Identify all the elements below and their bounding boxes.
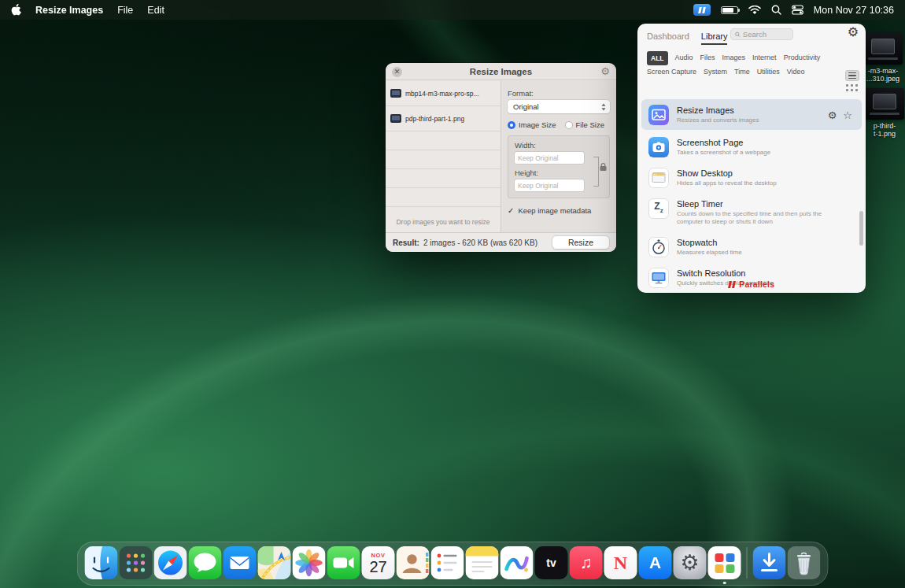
- file-row[interactable]: pdp-third-part-1.png: [386, 106, 501, 131]
- dock-maps[interactable]: [258, 546, 291, 579]
- dock-downloads[interactable]: [753, 546, 786, 579]
- dock-notes[interactable]: [466, 546, 499, 579]
- file-row-empty: [386, 131, 501, 150]
- radio-file-size[interactable]: File Size: [565, 120, 604, 129]
- dock-parallels-toolbox[interactable]: [708, 546, 741, 579]
- tool-name: Show Desktop: [677, 168, 777, 178]
- result-value: 2 images - 620 KB (was 620 KB): [423, 239, 537, 247]
- menu-file[interactable]: File: [117, 5, 133, 16]
- dock-news[interactable]: N: [604, 546, 637, 579]
- radio-image-size[interactable]: Image Size: [508, 120, 556, 129]
- tool-row-stopwatch[interactable]: Stopwatch Measures elapsed time: [637, 231, 866, 262]
- tool-name: Resize Images: [677, 105, 759, 115]
- search-input[interactable]: [743, 30, 789, 39]
- file-list: mbp14-m3-max-pro-sp... pdp-third-part-1.…: [386, 81, 501, 232]
- tool-row-resize-images[interactable]: Resize Images Resizes and converts image…: [641, 99, 862, 130]
- maps-icon: [258, 546, 291, 579]
- apple-menu[interactable]: [11, 4, 21, 16]
- tool-row-screenshot-page[interactable]: Screenshot Page Takes a screenshot of a …: [637, 131, 866, 162]
- parallels-status-icon[interactable]: [693, 4, 711, 16]
- category-files[interactable]: Files: [700, 51, 715, 65]
- search-icon: [735, 31, 741, 38]
- dock-facetime[interactable]: [327, 546, 360, 579]
- dock-app-store[interactable]: A: [639, 546, 672, 579]
- tool-row-show-desktop[interactable]: Show Desktop Hides all apps to reveal th…: [637, 162, 866, 193]
- dock-calendar[interactable]: NOV 27: [362, 546, 395, 579]
- category-images[interactable]: Images: [722, 51, 746, 65]
- category-system[interactable]: System: [704, 65, 727, 78]
- dock-freeform[interactable]: [501, 546, 534, 579]
- menubar-clock[interactable]: Mon Nov 27 10:36: [814, 5, 894, 16]
- trash-icon: [788, 546, 821, 579]
- news-logo: N: [614, 553, 627, 574]
- menu-edit[interactable]: Edit: [147, 5, 164, 16]
- dock-mail[interactable]: [223, 546, 257, 579]
- category-utilities[interactable]: Utilities: [757, 65, 780, 78]
- notes-icon: [466, 546, 499, 579]
- control-center-icon[interactable]: [792, 5, 803, 15]
- file-thumbnail: [865, 88, 904, 120]
- file-label-line2: ...310.jpeg: [860, 75, 905, 83]
- category-audio[interactable]: Audio: [675, 51, 693, 65]
- category-video[interactable]: Video: [787, 65, 805, 78]
- dock-contacts[interactable]: [397, 546, 430, 579]
- window-titlebar[interactable]: ✕ Resize Images ⚙: [386, 63, 616, 80]
- settings-gear-icon[interactable]: ⚙: [848, 26, 859, 39]
- width-input[interactable]: [515, 152, 584, 164]
- keep-metadata-checkbox[interactable]: ✓ Keep image metadata: [508, 206, 610, 215]
- search-icon[interactable]: [771, 5, 781, 15]
- category-screen-capture[interactable]: Screen Capture: [647, 65, 696, 78]
- tool-favorite-icon[interactable]: ☆: [843, 109, 852, 120]
- dock-photos[interactable]: [293, 546, 326, 579]
- dock-system-settings[interactable]: ⚙: [674, 546, 707, 579]
- category-all[interactable]: ALL: [647, 51, 668, 65]
- category-internet[interactable]: Internet: [752, 51, 777, 65]
- wifi-icon[interactable]: [748, 6, 761, 15]
- category-time[interactable]: Time: [734, 65, 750, 78]
- dock-messages[interactable]: [189, 546, 222, 579]
- dock-finder[interactable]: [85, 546, 118, 579]
- dock-trash[interactable]: [788, 546, 821, 579]
- dock-safari[interactable]: [154, 546, 187, 579]
- facetime-icon: [327, 546, 360, 579]
- tool-name: Sleep Timer: [677, 199, 828, 209]
- app-store-logo: A: [649, 553, 661, 572]
- parallels-toolbox-window: Dashboard Library ⚙ ALL Audio Files Imag…: [637, 24, 866, 293]
- photos-icon: [293, 546, 326, 579]
- format-label: Format:: [508, 89, 610, 98]
- search-field[interactable]: [730, 28, 793, 40]
- lock-icon[interactable]: [600, 163, 607, 172]
- height-input[interactable]: [515, 179, 584, 191]
- tool-description: Resizes and converts images: [677, 116, 759, 124]
- tool-row-sleep-timer[interactable]: Z z Sleep Timer Counts down to the speci…: [637, 193, 866, 231]
- tab-dashboard[interactable]: Dashboard: [647, 31, 689, 45]
- dock-launchpad[interactable]: [120, 546, 153, 579]
- running-indicator: [723, 582, 726, 585]
- format-dropdown[interactable]: Original: [508, 100, 610, 113]
- calendar-day: 27: [369, 559, 386, 575]
- dock-music[interactable]: ♫: [570, 546, 603, 579]
- close-icon[interactable]: ✕: [392, 67, 402, 77]
- resize-button[interactable]: Resize: [552, 236, 609, 249]
- grid-view-icon[interactable]: [846, 84, 859, 92]
- battery-icon[interactable]: [721, 6, 738, 14]
- category-filter: ALL Audio Files Images Internet Producti…: [637, 45, 866, 81]
- messages-icon: [189, 546, 222, 579]
- sleep-timer-icon: Z z: [648, 198, 669, 219]
- tool-settings-icon[interactable]: ⚙: [828, 109, 837, 120]
- popup-arrows-icon: [600, 102, 607, 112]
- launchpad-icon: [120, 546, 153, 579]
- desktop-file-icon-png[interactable]: p-third- t-1.png: [862, 88, 905, 139]
- tab-library[interactable]: Library: [701, 31, 728, 45]
- dock-reminders[interactable]: [431, 546, 464, 579]
- category-productivity[interactable]: Productivity: [784, 51, 821, 65]
- dock-tv[interactable]: tv: [535, 546, 568, 579]
- desktop-file-icon-jpeg[interactable]: -m3-max- ...310.jpeg: [860, 33, 905, 83]
- scrollbar[interactable]: [859, 211, 863, 246]
- file-row[interactable]: mbp14-m3-max-pro-sp...: [386, 81, 501, 106]
- gear-icon[interactable]: ⚙: [600, 65, 610, 77]
- menubar-app-name[interactable]: Resize Images: [35, 5, 103, 16]
- resize-images-window: ✕ Resize Images ⚙ mbp14-m3-max-pro-sp...…: [386, 63, 616, 252]
- safari-icon: [154, 546, 187, 579]
- list-view-icon[interactable]: [845, 70, 859, 81]
